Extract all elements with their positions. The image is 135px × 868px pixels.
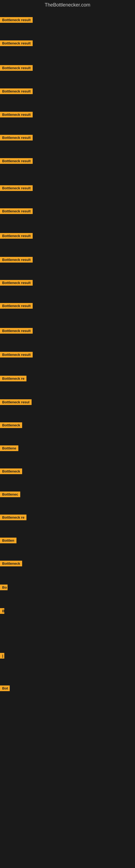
bottleneck-label: Bottleneck result (0, 88, 33, 94)
bottleneck-label: Bottleneck (0, 422, 22, 428)
bottleneck-label: Bottlen (0, 538, 16, 543)
bottleneck-item[interactable]: B (0, 608, 4, 615)
bottleneck-label: Bottleneck result (0, 208, 33, 214)
bottleneck-item[interactable]: Bottleneck resul (0, 399, 32, 406)
bottleneck-label: Bottleneck result (0, 135, 33, 141)
bottleneck-item[interactable]: Bottleneck result (0, 352, 33, 359)
bottleneck-label: Bottleneck result (0, 328, 33, 334)
bottleneck-label: Bottleneck result (0, 65, 33, 71)
bottleneck-item[interactable]: Bottleneck result (0, 65, 33, 72)
bottleneck-item[interactable]: Bottleneck re (0, 515, 27, 521)
bottleneck-item[interactable]: Bottleneck re (0, 376, 27, 382)
bottleneck-label: B (0, 608, 4, 614)
bottleneck-item[interactable]: Bottleneck result (0, 303, 33, 310)
bottleneck-label: Bottleneck result (0, 303, 33, 309)
bottleneck-label: Bottleneck result (0, 40, 33, 46)
bottleneck-label: Bo (0, 585, 8, 590)
bottleneck-item[interactable]: Bottleneck result (0, 88, 33, 95)
bottleneck-label: Bottleneck result (0, 17, 33, 23)
bottleneck-item[interactable]: Bottleneck result (0, 112, 33, 119)
bottleneck-item[interactable]: Bottleneck result (0, 208, 33, 215)
bottleneck-item[interactable]: Bottleneck result (0, 328, 33, 335)
bottleneck-label: Bottleneck result (0, 257, 33, 262)
bottleneck-label: Bottleneck result (0, 280, 33, 286)
bottleneck-item[interactable]: Bottleneck (0, 561, 22, 567)
bottleneck-label: Bottleneck re (0, 376, 27, 381)
bottleneck-label: Bottleneck resul (0, 399, 32, 405)
bottleneck-item[interactable]: Bottlen (0, 538, 16, 545)
bottleneck-item[interactable]: Bottlene (0, 445, 18, 452)
bottleneck-label: | (0, 653, 4, 659)
bottleneck-label: Bottleneck result (0, 112, 33, 118)
bottleneck-label: Bottleneck (0, 561, 22, 566)
bottleneck-item[interactable]: Bottleneck result (0, 233, 33, 240)
bottleneck-label: Bottleneck result (0, 352, 33, 358)
bottleneck-label: Bottlenec (0, 492, 20, 497)
bottleneck-item[interactable]: Bo (0, 585, 8, 591)
bottleneck-item[interactable]: Bottleneck result (0, 257, 33, 264)
site-title-text: TheBottlenecker.com (45, 2, 90, 8)
bottleneck-item[interactable]: Bottleneck result (0, 158, 33, 165)
bottleneck-label: Bottleneck re (0, 515, 27, 520)
bottleneck-item[interactable]: | (0, 653, 4, 660)
bottleneck-label: Bottleneck result (0, 233, 33, 239)
bottleneck-item[interactable]: Bottleneck result (0, 17, 33, 24)
bottleneck-item[interactable]: Bottleneck result (0, 185, 33, 192)
bottleneck-label: Bottleneck result (0, 185, 33, 191)
bottleneck-item[interactable]: Bottleneck result (0, 40, 33, 47)
bottleneck-item[interactable]: Bottleneck (0, 422, 22, 429)
bottleneck-item[interactable]: Bottleneck (0, 468, 22, 475)
bottleneck-label: Bot (0, 685, 10, 691)
bottleneck-item[interactable]: Bottlenec (0, 492, 20, 498)
bottleneck-label: Bottleneck (0, 468, 22, 474)
bottleneck-item[interactable]: Bot (0, 685, 10, 692)
bottleneck-label: Bottlene (0, 445, 18, 451)
bottleneck-label: Bottleneck result (0, 158, 33, 164)
site-title: TheBottlenecker.com (0, 0, 135, 10)
bottleneck-item[interactable]: Bottleneck result (0, 135, 33, 142)
bottleneck-item[interactable]: Bottleneck result (0, 280, 33, 287)
